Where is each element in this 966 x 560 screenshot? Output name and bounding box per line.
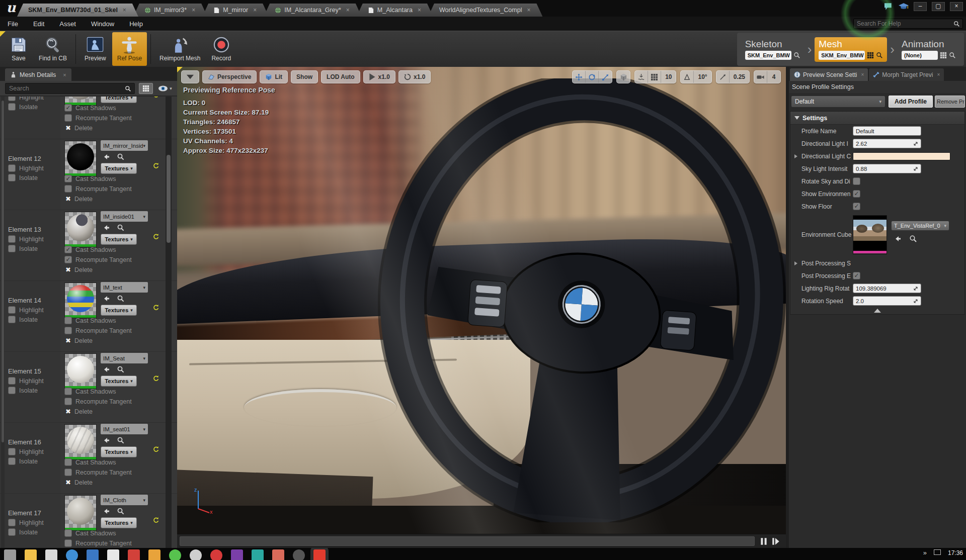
textures-dropdown[interactable]: Textures▾ xyxy=(101,97,137,103)
breadcrumb-asset-field[interactable]: SKM_Env_BMW xyxy=(745,51,791,60)
textures-dropdown[interactable]: Textures▾ xyxy=(101,234,137,245)
app-store[interactable] xyxy=(45,549,57,560)
app-browser[interactable] xyxy=(66,549,78,560)
menu-asset[interactable]: Asset xyxy=(52,20,84,28)
breadcrumb-asset-field[interactable]: (None) xyxy=(902,51,938,60)
help-search-input[interactable] xyxy=(854,20,953,27)
isolate-checkbox[interactable]: Isolate xyxy=(8,103,38,111)
delete-element-button[interactable]: ✖Delete xyxy=(65,479,93,486)
viewport-button-menu[interactable] xyxy=(181,70,199,83)
snap-value-dropdown[interactable]: 10 xyxy=(661,71,676,83)
material-select[interactable]: IM_Seat▾ xyxy=(101,353,148,363)
tab-close-icon[interactable]: × xyxy=(346,7,350,14)
minimize-button[interactable]: – xyxy=(914,2,927,11)
cast-shadows-checkbox[interactable]: Cast Shadows xyxy=(64,458,116,466)
cast-shadows-checkbox[interactable]: Cast Shadows xyxy=(64,175,116,182)
isolate-checkbox[interactable]: Isolate xyxy=(8,457,38,465)
anglesnap-button[interactable] xyxy=(681,71,694,83)
taskbar-clock[interactable]: 17:36 xyxy=(948,549,963,556)
menu-file[interactable]: File xyxy=(0,20,26,28)
app-purple[interactable] xyxy=(231,549,243,560)
app-dark[interactable] xyxy=(293,549,305,560)
use-selected-asset-icon[interactable] xyxy=(894,235,902,243)
tab-morph-target-previ[interactable]: Morph Target Previ× xyxy=(869,68,944,81)
app-teal[interactable] xyxy=(252,549,264,560)
tab-close-icon[interactable]: × xyxy=(123,7,126,14)
close-button[interactable]: × xyxy=(950,2,963,11)
menu-edit[interactable]: Edit xyxy=(26,20,52,28)
maximize-button[interactable]: ▢ xyxy=(932,2,945,11)
material-select[interactable]: IM_inside01▾ xyxy=(101,211,148,222)
setting-checkbox[interactable] xyxy=(853,177,860,185)
panel-close-icon[interactable]: × xyxy=(63,72,66,78)
viewport-button-show[interactable]: Show xyxy=(291,70,318,83)
setting-checkbox[interactable] xyxy=(853,272,860,279)
delete-element-button[interactable]: ✖Delete xyxy=(65,266,93,273)
document-tab[interactable]: SKM_Env_BMW730d_01_Skel× xyxy=(17,4,138,17)
timeline-track[interactable] xyxy=(180,536,755,546)
collapse-arrow[interactable] xyxy=(790,307,964,314)
visibility-filter-button[interactable]: ▾ xyxy=(156,83,174,94)
use-selected-asset-icon[interactable] xyxy=(103,365,111,374)
pause-button[interactable] xyxy=(759,537,769,546)
browse-asset-icon[interactable] xyxy=(909,235,917,243)
document-tab[interactable]: WorldAlignedTextures_Compl× xyxy=(428,4,542,17)
reset-to-default-icon[interactable] xyxy=(153,163,159,169)
profile-dropdown[interactable]: Default ▾ xyxy=(791,96,886,108)
reset-to-default-icon[interactable] xyxy=(153,376,159,382)
app-red-tool[interactable] xyxy=(128,549,140,560)
textures-dropdown[interactable]: Textures▾ xyxy=(101,163,137,174)
details-scrollbar[interactable] xyxy=(166,97,172,548)
reset-to-default-icon[interactable] xyxy=(153,234,159,240)
feedback-icon[interactable] xyxy=(883,3,894,11)
cast-shadows-checkbox[interactable]: Cast Shadows xyxy=(64,529,116,537)
menu-help[interactable]: Help xyxy=(122,20,150,28)
document-tab[interactable]: IM_mirror3*× xyxy=(133,4,207,17)
material-thumbnail[interactable] xyxy=(64,212,97,247)
tab-close-icon[interactable]: × xyxy=(937,72,940,77)
left-scrollbar[interactable] xyxy=(1,97,5,548)
save-button[interactable]: Save xyxy=(5,32,33,66)
tab-close-icon[interactable]: × xyxy=(861,72,864,77)
find-in-cb-button[interactable]: Find in CB xyxy=(34,32,72,66)
settings-section-header[interactable]: Settings xyxy=(790,112,964,125)
app-pink[interactable] xyxy=(272,549,284,560)
recompute-tangent-checkbox[interactable]: Recompute Tangent xyxy=(64,185,132,193)
snap-value-dropdown[interactable]: 0.25 xyxy=(730,71,749,83)
cast-shadows-checkbox[interactable]: Cast Shadows xyxy=(64,246,116,253)
breadcrumb-animation[interactable]: Animation(None) xyxy=(898,37,960,62)
snap-value-dropdown[interactable]: 10° xyxy=(694,71,711,83)
textures-dropdown[interactable]: Textures▾ xyxy=(101,376,137,387)
highlight-checkbox[interactable]: Highlight xyxy=(8,97,44,101)
delete-element-button[interactable]: ✖Delete xyxy=(65,337,93,344)
reset-to-default-icon[interactable] xyxy=(153,305,159,311)
viewport-button-lit[interactable]: Lit xyxy=(260,70,288,83)
setting-checkbox[interactable] xyxy=(853,203,860,210)
app-mail[interactable] xyxy=(87,549,99,560)
tab-close-icon[interactable]: × xyxy=(253,7,257,14)
use-selected-asset-icon[interactable] xyxy=(103,224,111,232)
app-active-red[interactable] xyxy=(313,549,326,560)
setting-checkbox[interactable] xyxy=(853,190,860,198)
scalesnap-button[interactable] xyxy=(716,71,730,83)
reset-to-default-icon[interactable] xyxy=(153,446,159,452)
isolate-checkbox[interactable]: Isolate xyxy=(8,387,38,394)
textures-dropdown[interactable]: Textures▾ xyxy=(101,446,137,457)
app-clock[interactable] xyxy=(190,549,202,560)
remove-profile-button[interactable]: Remove Profile xyxy=(935,96,965,108)
highlight-checkbox[interactable]: Highlight xyxy=(8,235,44,243)
color-swatch[interactable] xyxy=(853,152,950,160)
app-orange-tool[interactable] xyxy=(148,549,160,560)
highlight-checkbox[interactable]: Highlight xyxy=(8,164,44,172)
app-folder[interactable] xyxy=(25,549,37,560)
tab-close-icon[interactable]: × xyxy=(192,7,195,14)
viewport-button-perspective[interactable]: Perspective xyxy=(202,70,257,83)
setting-value-field[interactable]: 109.389069 xyxy=(853,284,921,293)
cast-shadows-checkbox[interactable]: Cast Shadows xyxy=(64,317,116,324)
add-profile-button[interactable]: Add Profile xyxy=(889,96,933,108)
environment-cubemap-thumbnail[interactable] xyxy=(853,215,887,254)
localspace-button[interactable] xyxy=(617,71,630,83)
use-selected-asset-icon[interactable] xyxy=(103,295,111,303)
browse-asset-icon[interactable] xyxy=(117,153,125,161)
browse-asset-icon[interactable] xyxy=(117,436,125,444)
